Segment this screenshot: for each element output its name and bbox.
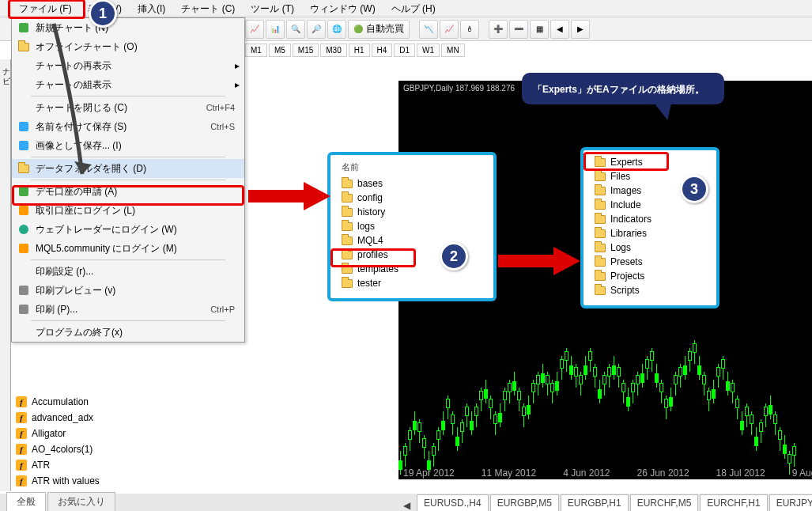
- menu-item[interactable]: ウェブトレーダーにログイン (W): [12, 220, 244, 239]
- chart-tab[interactable]: EURGBP,M5: [490, 494, 559, 511]
- toolbar-button[interactable]: 🔍: [286, 20, 305, 39]
- menu-item[interactable]: チャートの組表示▸: [12, 75, 244, 94]
- menu-item[interactable]: オフラインチャート (O): [12, 37, 244, 56]
- toolbar-button[interactable]: 🌐: [327, 20, 346, 39]
- folder-item[interactable]: Libraries: [591, 226, 708, 240]
- nav-panel-tab[interactable]: ナビ: [0, 59, 11, 491]
- toolbar-button[interactable]: ▶: [571, 20, 590, 39]
- folder-item-label: Images: [610, 185, 641, 196]
- menu-help[interactable]: ヘルプ (H): [383, 0, 444, 17]
- menu-item[interactable]: チャートの再表示▸: [12, 56, 244, 75]
- chart-tab[interactable]: EURCHF,M5: [630, 494, 699, 511]
- menu-item[interactable]: チャートを閉じる (C)Ctrl+F4: [12, 98, 244, 117]
- menu-shortcut: Ctrl+F4: [206, 103, 240, 112]
- timeframe-btn[interactable]: MN: [441, 44, 465, 57]
- folder-window-2: ExpertsFilesImagesIncludeIndicatorsLibra…: [580, 147, 719, 308]
- chart-symbol-label: GBPJPY,Daily 187.969 188.276: [403, 84, 515, 93]
- menu-item[interactable]: 画像として保存... (I): [12, 136, 244, 155]
- indicator-icon: f: [16, 444, 27, 455]
- menu-item-label: データフォルダを開く (D): [36, 162, 240, 176]
- timeframe-btn[interactable]: D1: [394, 44, 415, 57]
- xaxis-label: 9 Aug 2012: [792, 467, 812, 479]
- chart-tab[interactable]: EURJPY: [769, 494, 812, 511]
- submenu-arrow-icon: ▸: [235, 60, 240, 71]
- navigator-item[interactable]: fAlligator: [11, 426, 244, 441]
- toolbar-button[interactable]: 🔎: [307, 20, 326, 39]
- menu-item[interactable]: 新規チャート (N): [12, 18, 244, 37]
- toolbar-button[interactable]: ◀: [550, 20, 569, 39]
- navigator-item-label: Accumulation: [32, 396, 89, 407]
- navigator-item[interactable]: fATR with values: [11, 473, 244, 489]
- green-icon: [17, 21, 31, 34]
- toolbar-button[interactable]: ➕: [489, 20, 508, 39]
- folder-item-label: Libraries: [610, 228, 647, 239]
- timeframe-btn[interactable]: M1: [245, 44, 267, 57]
- menu-item[interactable]: 印刷 (P)...Ctrl+P: [12, 300, 244, 319]
- menu-item[interactable]: 名前を付けて保存 (S)Ctrl+S: [12, 117, 244, 136]
- folder-item[interactable]: Projects: [591, 269, 708, 283]
- folder-icon: [342, 279, 353, 288]
- toolbar-button[interactable]: ➖: [509, 20, 528, 39]
- folder-item[interactable]: bases: [338, 176, 485, 191]
- navigator-item[interactable]: fAO_4colors(1): [11, 441, 244, 457]
- timeframe-btn[interactable]: M30: [320, 44, 346, 57]
- menu-window[interactable]: ウィンドウ (W): [302, 0, 383, 17]
- menu-item[interactable]: データフォルダを開く (D): [12, 159, 244, 178]
- menu-chart[interactable]: チャート (C): [173, 0, 243, 17]
- menu-insert[interactable]: 挿入(I): [130, 0, 173, 17]
- chart-tab[interactable]: EURGBP,H1: [561, 494, 629, 511]
- menu-file[interactable]: ファイル (F): [11, 0, 80, 17]
- navigator-item-label: AO_4colors(1): [32, 444, 93, 455]
- folder-item-label: logs: [357, 221, 375, 232]
- timeframe-btn[interactable]: W1: [417, 44, 440, 57]
- menu-tool[interactable]: ツール (T): [243, 0, 302, 17]
- navigator-item[interactable]: fadvanced_adx: [11, 410, 244, 426]
- folder-item[interactable]: config: [338, 191, 485, 205]
- folder-item-label: Indicators: [610, 214, 651, 225]
- toolbar-button[interactable]: 📈: [245, 20, 264, 39]
- menu-item[interactable]: MQL5.community にログイン (M): [12, 239, 244, 258]
- indicator-icon: f: [16, 460, 27, 471]
- menu-item-label: 印刷 (P)...: [36, 303, 206, 316]
- folder-item[interactable]: Indicators: [591, 212, 708, 226]
- menu-item[interactable]: 取引口座にログイン (L): [12, 201, 244, 220]
- menu-item-label: プログラムの終了(x): [36, 326, 240, 339]
- menu-item[interactable]: デモ口座の申請 (A): [12, 182, 244, 201]
- navigator-item-label: ATR: [32, 460, 50, 471]
- toolbar-button[interactable]: 📈: [440, 20, 459, 39]
- button-auto-trade[interactable]: 🟢 自動売買: [348, 20, 410, 39]
- blob-icon: [17, 223, 31, 236]
- timeframe-btn[interactable]: H4: [372, 44, 393, 57]
- folder-item[interactable]: Logs: [591, 240, 708, 255]
- xaxis-label: 11 May 2012: [482, 467, 536, 479]
- toolbar-button[interactable]: 🕯: [460, 20, 479, 39]
- menu-item[interactable]: プログラムの終了(x): [12, 323, 244, 342]
- nav-tab-fav[interactable]: お気に入り: [47, 492, 115, 511]
- toolbar-button[interactable]: 📉: [419, 20, 438, 39]
- folder-item[interactable]: Presets: [591, 255, 708, 269]
- timeframe-btn[interactable]: M5: [269, 44, 291, 57]
- chart-tab[interactable]: EURCHF,H1: [700, 494, 767, 511]
- timeframe-btn[interactable]: H1: [349, 44, 370, 57]
- menu-item[interactable]: 印刷設定 (r)...: [12, 262, 244, 281]
- annotation-arrow-red-1: [248, 180, 335, 212]
- folder-item[interactable]: tester: [338, 276, 485, 290]
- green-icon: [17, 185, 31, 198]
- annotation-arrow-red-2: [498, 245, 585, 277]
- toolbar-button[interactable]: ▦: [530, 20, 549, 39]
- xaxis-label: 4 Jun 2012: [563, 467, 610, 479]
- folder-icon: [17, 40, 31, 53]
- folder-item-label: tester: [357, 278, 381, 289]
- folder-item[interactable]: Scripts: [591, 283, 708, 297]
- menu-item[interactable]: 印刷プレビュー (v): [12, 281, 244, 300]
- folder-item[interactable]: history: [338, 205, 485, 219]
- timeframe-btn[interactable]: M15: [293, 44, 319, 57]
- folder-item[interactable]: logs: [338, 219, 485, 233]
- toolbar-button[interactable]: 📊: [266, 20, 285, 39]
- navigator-item[interactable]: fATR: [11, 457, 244, 473]
- nav-tab-general[interactable]: 全般: [6, 492, 46, 511]
- folder-icon: [595, 187, 606, 195]
- navigator-item[interactable]: fAccumulation: [11, 394, 244, 410]
- chart-tab[interactable]: EURUSD.,H4: [417, 494, 489, 511]
- menu-item-label: チャートを閉じる (C): [36, 101, 202, 115]
